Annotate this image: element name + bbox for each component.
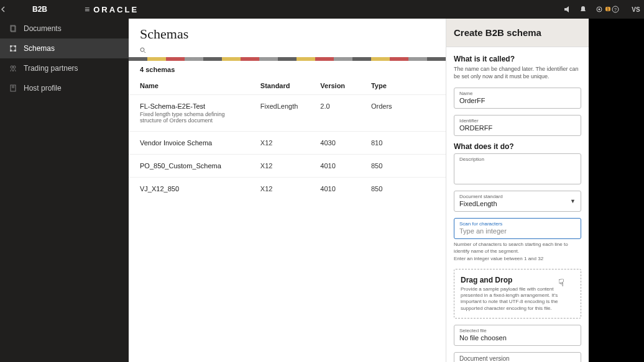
announce-icon[interactable] [563, 6, 579, 13]
svg-rect-9 [14, 50, 16, 52]
svg-rect-7 [14, 45, 16, 47]
hamburger-icon[interactable]: ≡ [85, 4, 90, 14]
sidebar-item-label: Trading partners [24, 64, 78, 73]
table-row[interactable]: FL-Schema-E2E-TestFixed length type sche… [129, 95, 446, 132]
documents-icon [9, 24, 17, 33]
panel-title: Create B2B schema [454, 27, 581, 38]
brand-logo: ORACLE [93, 5, 139, 14]
decorative-stripe [129, 57, 446, 61]
schemas-icon [9, 44, 17, 53]
schema-count: 4 schemas [129, 61, 446, 77]
identifier-label: Identifier [459, 118, 576, 124]
col-name: Name [129, 77, 249, 95]
identifier-field[interactable]: Identifier ORDERFF [454, 115, 581, 136]
scan-help1: Number of characters to search starting … [454, 242, 581, 255]
col-type: Type [360, 77, 446, 95]
profile-icon [9, 84, 17, 93]
sidebar: Documents Schemas Trading partners Host … [0, 19, 129, 362]
breadcrumb: B2B [25, 5, 55, 14]
topbar: B2B ≡ ORACLE 1 ? VS [0, 0, 644, 19]
identifier-value: ORDERFF [459, 124, 576, 132]
docver-label: Document version [459, 355, 576, 362]
svg-point-10 [11, 66, 13, 68]
section-desc-heading: What does it do? [454, 142, 581, 151]
notification-badge: 1 [605, 7, 610, 11]
table-row[interactable]: VJ_X12_850X124010850 [129, 178, 446, 201]
col-standard: Standard [249, 77, 310, 95]
svg-text:?: ? [614, 7, 617, 12]
partners-icon [9, 64, 17, 73]
create-schema-panel: Create B2B schema What is it called? The… [446, 19, 589, 362]
sidebar-item-schemas[interactable]: Schemas [0, 38, 129, 58]
scan-label: Scan for characters [459, 221, 576, 227]
back-button[interactable] [0, 6, 25, 12]
table-header-row: Name Standard Version Type [129, 77, 446, 95]
svg-point-11 [13, 66, 16, 68]
svg-rect-8 [10, 50, 12, 52]
chevron-down-icon: ▼ [570, 198, 576, 204]
user-avatar[interactable]: VS [628, 6, 644, 13]
file-dropzone[interactable]: Drag and Drop Provide a sample payload f… [454, 269, 581, 319]
sidebar-item-label: Schemas [24, 44, 55, 53]
description-label: Description [459, 156, 576, 162]
gear-icon[interactable]: 1 [596, 6, 612, 13]
scan-help2: Enter an integer value between 1 and 32 [454, 256, 581, 262]
svg-point-14 [140, 48, 144, 52]
name-field[interactable]: Name OrderFF [454, 88, 581, 109]
selected-file-field[interactable]: Selected file No file choosen [454, 325, 581, 346]
bell-icon[interactable] [579, 6, 596, 13]
scan-characters-field[interactable]: Scan for characters Type an integer [454, 218, 581, 239]
document-version-field[interactable]: Document version [454, 352, 581, 362]
description-field[interactable]: Description [454, 153, 581, 184]
selfile-value: No file choosen [459, 334, 576, 342]
sidebar-item-label: Host profile [24, 84, 62, 93]
table-row[interactable]: Vendor Invoice SchemaX124030810 [129, 132, 446, 155]
svg-point-13 [12, 86, 14, 88]
svg-point-1 [599, 9, 600, 11]
svg-rect-6 [10, 45, 12, 47]
section-name-heading: What is it called? [454, 55, 581, 63]
right-black-edge [589, 19, 644, 362]
scan-placeholder: Type an integer [459, 227, 576, 235]
schema-table: Name Standard Version Type FL-Schema-E2E… [129, 77, 446, 200]
document-standard-select[interactable]: Document standard FixedLength ▼ [454, 191, 581, 212]
sidebar-item-documents[interactable]: Documents [0, 19, 129, 38]
col-version: Version [309, 77, 360, 95]
sidebar-item-trading-partners[interactable]: Trading partners [0, 58, 129, 78]
section-name-sub: The name can be changed later. The ident… [454, 66, 581, 80]
main-content: Schemas 4 schemas Name Standard Version … [129, 19, 446, 362]
dropzone-sub: Provide a sample payload file with conte… [461, 286, 574, 312]
name-value: OrderFF [459, 97, 576, 104]
sidebar-item-label: Documents [24, 24, 62, 33]
help-icon[interactable]: ? [612, 6, 628, 13]
dropzone-title: Drag and Drop [461, 276, 574, 284]
table-row[interactable]: PO_850_Custom_SchemaX124010850 [129, 155, 446, 178]
page-title: Schemas [140, 26, 435, 42]
std-label: Document standard [459, 194, 576, 199]
name-label: Name [459, 91, 576, 96]
std-value: FixedLength [459, 200, 576, 207]
search-icon[interactable] [140, 47, 435, 53]
selfile-label: Selected file [459, 328, 576, 333]
sidebar-item-host-profile[interactable]: Host profile [0, 78, 129, 98]
